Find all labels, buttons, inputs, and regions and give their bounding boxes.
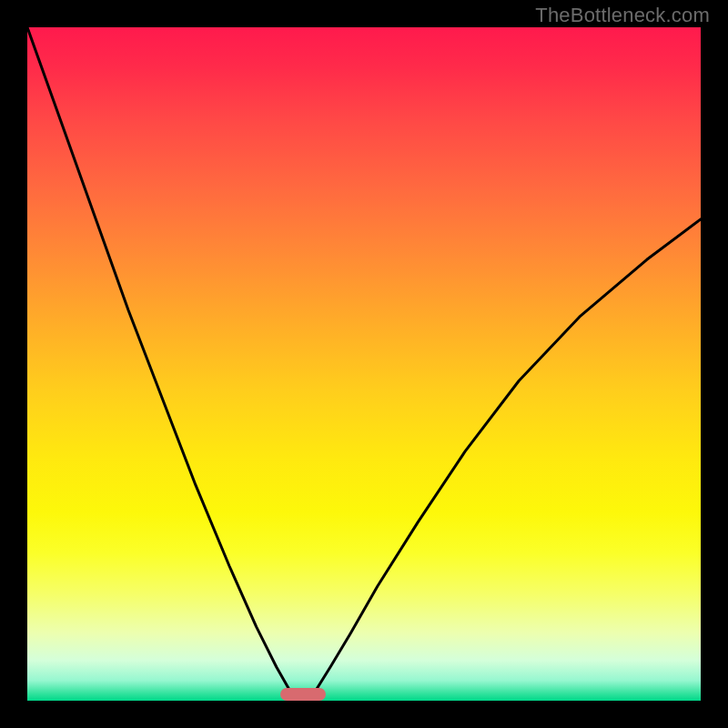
bottleneck-curve	[27, 27, 701, 701]
chart-frame: TheBottleneck.com	[0, 0, 728, 728]
watermark-text: TheBottleneck.com	[535, 4, 710, 27]
minimum-marker	[280, 688, 326, 701]
plot-area	[27, 27, 701, 701]
